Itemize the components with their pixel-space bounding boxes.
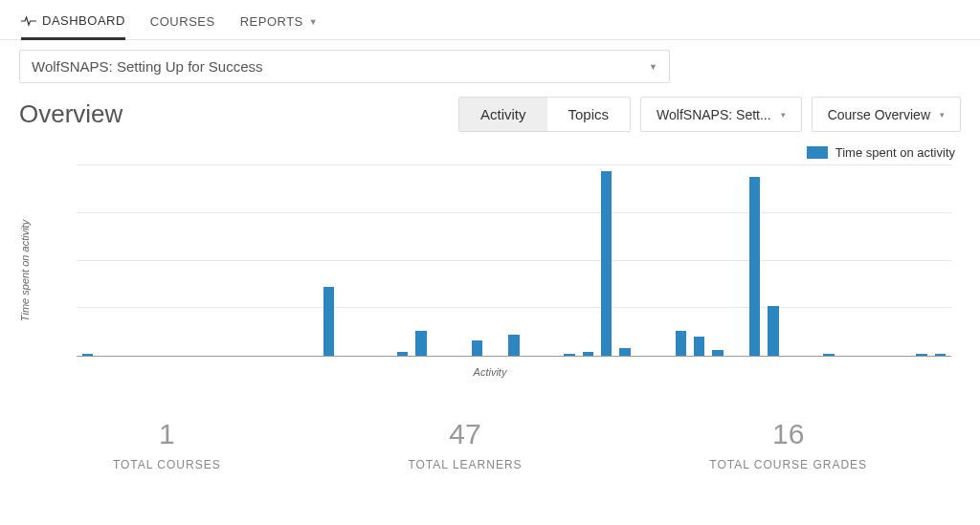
caret-down-icon: ▾ [940,110,945,120]
stat-label: TOTAL COURSE GRADES [709,458,867,471]
chart-container: Time spent on activity Time spent on act… [19,145,961,376]
course-select-value: WolfSNAPS: Setting Up for Success [32,58,263,75]
bar [619,348,630,356]
stat-value: 47 [408,418,522,450]
bar [397,352,408,356]
tab-activity[interactable]: Activity [459,98,547,131]
caret-down-icon: ▾ [781,110,786,120]
bar [916,354,926,356]
nav-label: COURSES [150,14,215,29]
legend-label: Time spent on activity [835,145,955,160]
stat-total-grades: 16 TOTAL COURSE GRADES [709,418,867,471]
stat-label: TOTAL COURSES [113,458,221,471]
bars [77,165,951,356]
stat-label: TOTAL LEARNERS [408,458,522,471]
top-nav: DASHBOARD COURSES REPORTS ▼ [0,0,980,40]
bar [823,354,834,356]
legend-swatch [807,146,828,159]
view-filter-dropdown[interactable]: Course Overview ▾ [812,97,961,132]
stat-value: 1 [113,418,221,450]
bar [601,171,612,356]
bar [564,354,574,356]
bar [415,331,426,356]
nav-label: DASHBOARD [42,13,125,28]
dropdown-label: WolfSNAPS: Sett... [657,107,771,122]
bar [749,177,760,356]
bar [323,287,334,356]
chart: Time spent on activity Activity [19,165,961,376]
nav-label: REPORTS [240,14,303,29]
bar [676,331,686,356]
bar [935,354,946,356]
view-tabs: Activity Topics [458,97,631,132]
nav-dashboard[interactable]: DASHBOARD [21,8,125,40]
bar [472,340,482,356]
title-row: Overview Activity Topics WolfSNAPS: Sett… [19,97,961,132]
bar [82,354,93,356]
x-axis-label: Activity [19,366,961,378]
chevron-down-icon: ▼ [649,62,657,72]
chart-legend: Time spent on activity [19,145,961,160]
dropdown-label: Course Overview [828,107,930,122]
stats-row: 1 TOTAL COURSES 47 TOTAL LEARNERS 16 TOT… [19,418,961,471]
course-select[interactable]: WolfSNAPS: Setting Up for Success ▼ [19,50,670,83]
stat-total-learners: 47 TOTAL LEARNERS [408,418,522,471]
content: WolfSNAPS: Setting Up for Success ▼ Over… [0,40,980,491]
stat-total-courses: 1 TOTAL COURSES [113,418,221,471]
bar [694,337,704,356]
chevron-down-icon: ▼ [309,17,318,27]
stat-value: 16 [709,418,867,450]
plot-area [77,165,951,357]
nav-courses[interactable]: COURSES [150,8,215,39]
bar [583,352,593,356]
bar [508,335,519,356]
page-title: Overview [19,99,122,129]
nav-reports[interactable]: REPORTS ▼ [240,8,319,39]
controls: Activity Topics WolfSNAPS: Sett... ▾ Cou… [458,97,961,132]
course-filter-dropdown[interactable]: WolfSNAPS: Sett... ▾ [640,97,802,132]
pulse-icon [21,15,36,27]
bar [768,306,778,356]
y-axis-label: Time spent on activity [19,220,31,321]
tab-topics[interactable]: Topics [547,98,631,131]
bar [712,350,723,356]
